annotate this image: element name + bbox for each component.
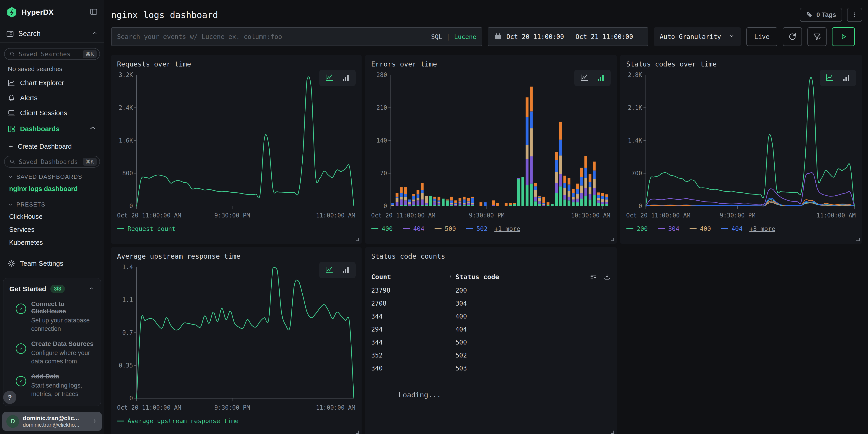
chevron-up-icon	[88, 285, 95, 292]
refresh-button[interactable]	[783, 27, 802, 46]
saved-searches-field[interactable]	[19, 51, 80, 58]
tag-icon	[806, 11, 813, 19]
legend-item[interactable]: Average upstream response time	[117, 417, 239, 425]
legend-swatch	[371, 228, 378, 229]
tags-button[interactable]: 0 Tags	[800, 8, 842, 22]
line-chart-toggle-icon[interactable]	[579, 73, 589, 83]
table-row[interactable]: 2708304	[371, 297, 611, 310]
panel-resize-handle[interactable]	[857, 238, 860, 241]
saved-dashboards-section-header[interactable]: SAVED DASHBOARDS	[4, 167, 100, 182]
panel-requests-over-time: Requests over time 3.2K2.4K1.6K8000Oct 2…	[111, 55, 362, 244]
legend-item[interactable]: Request count	[117, 225, 176, 232]
panel-resize-handle[interactable]	[356, 431, 359, 434]
cell-status-code: 502	[448, 351, 467, 359]
sidebar-item-chart-explorer[interactable]: Chart Explorer	[4, 75, 100, 90]
legend-item[interactable]: 304	[658, 225, 679, 232]
table-row[interactable]: 352502	[371, 349, 611, 362]
table-row[interactable]: 340503	[371, 362, 611, 375]
legend-more-link[interactable]: +3 more	[749, 225, 775, 232]
sql-toggle[interactable]: SQL	[431, 33, 442, 40]
line-chart-toggle-icon[interactable]	[324, 266, 334, 275]
download-icon[interactable]	[603, 273, 611, 281]
legend-item[interactable]: 200	[626, 225, 648, 232]
panel-resize-handle[interactable]	[611, 238, 614, 241]
panel-resize-handle[interactable]	[611, 431, 614, 434]
table-row[interactable]: 344500	[371, 336, 611, 349]
legend-label: 304	[668, 225, 679, 232]
table-row[interactable]: 23798200	[371, 284, 611, 297]
bar-chart-toggle-icon[interactable]	[341, 73, 351, 83]
no-saved-searches-note: No saved searches	[4, 60, 100, 75]
get-started-header[interactable]: Get Started 3/3	[9, 285, 95, 293]
legend-item[interactable]: 400	[689, 225, 711, 232]
svg-text:9:30:00 PM: 9:30:00 PM	[720, 212, 755, 219]
table-row[interactable]: 294404	[371, 323, 611, 336]
saved-searches-input[interactable]: ⌘K	[4, 48, 100, 60]
svg-text:Oct 20 11:00:00 AM: Oct 20 11:00:00 AM	[117, 404, 181, 411]
legend-item[interactable]: 502	[466, 225, 488, 232]
legend-label: Average upstream response time	[127, 417, 239, 425]
bar-chart-toggle-icon[interactable]	[596, 73, 606, 83]
legend-item[interactable]: 404	[403, 225, 425, 232]
sidebar-item-alerts[interactable]: Alerts	[4, 90, 100, 105]
user-account-button[interactable]: D dominic.tran@clic... dominic.tran@clic…	[2, 412, 102, 431]
get-started-item[interactable]: Add DataStart sending logs, metrics, or …	[16, 373, 95, 398]
cell-status-code: 200	[448, 287, 467, 294]
sidebar-item-nginx-logs-dashboard[interactable]: nginx logs dashboard	[4, 182, 100, 195]
run-query-button[interactable]	[832, 27, 855, 46]
loading-indicator: Loading...	[399, 391, 611, 399]
event-search-input[interactable]	[117, 33, 431, 40]
bar-chart-toggle-icon[interactable]	[841, 73, 851, 83]
column-drag-handle-icon[interactable]	[448, 274, 452, 280]
sidebar-item-client-sessions[interactable]: Client Sessions	[4, 105, 100, 120]
date-range-picker[interactable]: Oct 20 11:00:00 - Oct 21 11:00:00	[488, 27, 648, 46]
legend-label: 404	[732, 225, 743, 232]
filter-button[interactable]	[807, 27, 827, 46]
presets-section-header[interactable]: PRESETS	[4, 195, 100, 210]
panel-resize-handle[interactable]	[356, 238, 359, 241]
chevron-down-icon	[8, 203, 13, 207]
saved-dashboards-field[interactable]	[19, 158, 80, 165]
table-row[interactable]: 344400	[371, 310, 611, 323]
svg-text:0: 0	[129, 395, 133, 402]
panel-status-code-counts: Status code counts Count Status code 237…	[365, 247, 617, 434]
chevron-up-icon	[89, 124, 97, 134]
column-header-status-code[interactable]: Status code	[456, 273, 499, 281]
bar-chart-toggle-icon[interactable]	[341, 266, 351, 275]
get-started-item-desc: Configure where your data comes from	[31, 349, 95, 366]
chart-legend: 200304400404+3 more	[626, 225, 856, 232]
sidebar-item-kubernetes[interactable]: Kubernetes	[4, 236, 100, 249]
event-search-bar[interactable]: SQL | Lucene	[111, 27, 482, 46]
create-dashboard-button[interactable]: Create Dashboard	[4, 138, 100, 153]
help-button[interactable]: ?	[3, 391, 17, 404]
sidebar-collapse-icon[interactable]	[89, 8, 98, 17]
date-range-value: Oct 20 11:00:00 - Oct 21 11:00:00	[506, 33, 633, 40]
create-dashboard-label: Create Dashboard	[18, 143, 72, 150]
line-chart-toggle-icon[interactable]	[324, 73, 334, 83]
legend-more-link[interactable]: +1 more	[494, 225, 520, 232]
calendar-icon	[494, 33, 502, 40]
sidebar-section-search[interactable]: Search	[0, 25, 104, 42]
live-button[interactable]: Live	[746, 27, 777, 46]
granularity-select[interactable]: Auto Granularity	[654, 27, 741, 46]
get-started-item[interactable]: Create Data SourcesConfigure where your …	[16, 340, 95, 366]
get-started-item-title: Add Data	[31, 373, 95, 380]
dashboard-menu-button[interactable]	[847, 8, 862, 22]
table-header: Count Status code	[371, 273, 611, 281]
legend-item[interactable]: 404	[721, 225, 743, 232]
sidebar-item-team-settings[interactable]: Team Settings	[4, 256, 100, 271]
get-started-item[interactable]: Connect to ClickHouseSet up your databas…	[16, 300, 95, 333]
sidebar-item-services[interactable]: Services	[4, 223, 100, 236]
legend-item[interactable]: 500	[434, 225, 456, 232]
sidebar-item-clickhouse[interactable]: ClickHouse	[4, 210, 100, 223]
legend-item[interactable]: 400	[371, 225, 393, 232]
saved-dashboards-input[interactable]: ⌘K	[4, 156, 100, 167]
wrap-text-icon[interactable]	[590, 273, 597, 281]
sidebar-item-dashboards[interactable]: Dashboards	[4, 120, 100, 137]
column-header-count[interactable]: Count	[371, 273, 448, 281]
lucene-toggle[interactable]: Lucene	[454, 33, 476, 40]
cell-count: 23798	[371, 287, 448, 294]
line-chart-toggle-icon[interactable]	[825, 73, 835, 83]
svg-text:1.4: 1.4	[122, 264, 133, 271]
svg-text:140: 140	[376, 137, 387, 144]
